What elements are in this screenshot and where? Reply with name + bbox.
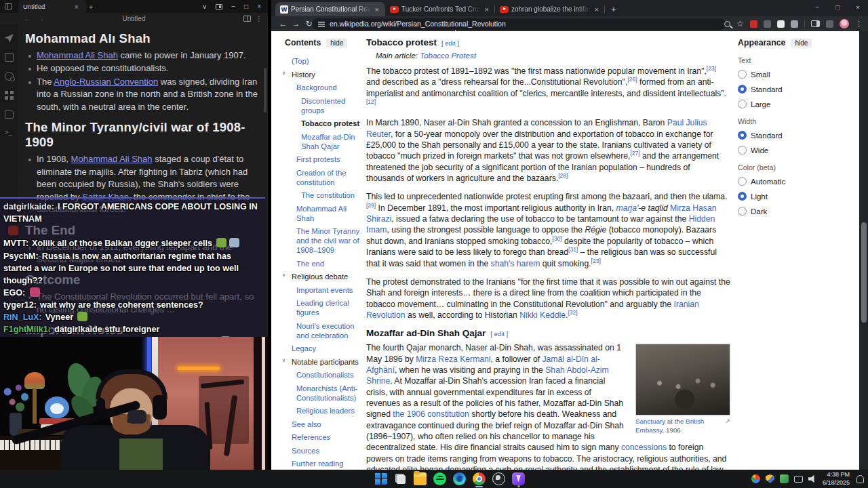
toc-item[interactable]: ∨The end [285,259,365,268]
scrollbar-track[interactable] [859,31,868,470]
close-button[interactable]: × [257,3,261,10]
new-tab-button[interactable]: + [605,2,623,16]
profile-avatar[interactable] [840,19,849,28]
toc-item[interactable]: ∨Tobacco protest [285,119,365,128]
toc-item[interactable]: ∨Religious leaders [285,406,365,415]
toc-item[interactable]: ∨Monarchists (Anti-Constitutionalists) [285,384,365,403]
expand-icon[interactable]: ↗ [725,418,730,426]
toc-item[interactable]: ∨Sources [285,446,365,455]
layout-icon[interactable] [216,4,222,9]
notifications-icon[interactable] [856,475,864,483]
close-tab-icon[interactable]: × [72,3,81,11]
site-settings-icon[interactable] [318,21,325,27]
radio-icon[interactable] [738,131,747,140]
scrollbar-thumb[interactable] [861,222,867,323]
tray-browser-icon[interactable] [751,474,760,483]
bookmark-icon[interactable]: ☆ [736,20,744,28]
canvas-icon[interactable] [5,91,14,100]
radio-option[interactable]: Large [738,100,800,108]
toc-item[interactable]: ∨Religious debate [285,272,365,281]
extension-icon[interactable] [764,20,771,28]
radio-icon[interactable] [738,146,747,155]
toc-item[interactable]: ∨Notable participants [285,357,365,367]
radio-icon[interactable] [738,70,747,79]
toc-item[interactable]: ∨Creation of the constitution [285,168,365,187]
radio-option[interactable]: Small [738,70,800,79]
radio-option[interactable]: Standard [738,85,800,94]
toc-item[interactable]: ∨Nouri's execution and celebration [285,321,365,340]
taskbar-app-icon[interactable] [512,472,525,485]
zoom-icon[interactable] [724,21,730,27]
extension-icon[interactable] [777,20,785,28]
clock[interactable]: 4:38 PM 6/18/2025 [823,471,850,487]
radio-icon[interactable] [738,192,747,201]
close-tab-icon[interactable]: × [593,5,600,14]
edit-link[interactable]: edit [494,330,505,338]
taskbar-app-icon[interactable] [492,472,505,485]
toc-item[interactable]: ∨History [285,70,365,79]
radio-icon[interactable] [738,100,747,108]
browser-tab[interactable]: zohran globalize the intifada × [495,2,605,16]
toc-item[interactable]: ∨References [285,432,365,442]
extension-icon[interactable] [750,20,757,28]
toc-item[interactable]: ∨Important events [285,285,365,295]
radio-icon[interactable] [738,177,747,186]
taskbar-app-icon[interactable] [374,472,387,485]
terminal-icon[interactable]: >_ [5,129,14,138]
new-note-icon[interactable] [5,53,14,62]
browser-tab[interactable]: W Persian Constitutional Revolu × [275,2,385,16]
radio-option[interactable]: Light [738,192,800,201]
toc-hide-button[interactable]: hide [326,39,347,47]
close-tab-icon[interactable]: × [374,5,380,14]
radio-icon[interactable] [738,85,747,94]
sidebar-toggle-icon[interactable] [5,3,12,9]
close-tab-icon[interactable]: × [484,5,490,14]
back-button[interactable]: ← [277,19,290,28]
note-tab[interactable]: Untitled × [18,0,86,13]
radio-option[interactable]: Standard [738,131,800,140]
extension-icon[interactable] [826,20,833,28]
browser-tab[interactable]: Tucker Confronts Ted Cruz on I × [385,2,495,16]
toc-item[interactable]: ∨(Top) [285,56,365,66]
radio-option[interactable]: Automatic [738,177,800,186]
toc-item[interactable]: ∨Legacy [285,344,365,353]
toc-item[interactable]: ∨The Minor Tyranny and the civil war of … [285,226,365,255]
volume-icon[interactable] [808,474,817,483]
taskbar-app-icon[interactable] [433,472,446,485]
edit-link[interactable]: edit [445,39,455,47]
display-icon[interactable] [794,476,803,483]
maximize-button[interactable]: □ [827,3,848,11]
reading-view-icon[interactable] [243,16,251,22]
notes-scrollbar[interactable] [264,68,267,113]
toc-item[interactable]: ∨First protests [285,155,365,164]
browser-menu-icon[interactable]: ⋮ [855,20,863,28]
toc-item[interactable]: ∨Mohammad Ali Shah [285,204,365,223]
forward-button[interactable]: → [290,19,302,28]
security-shield-icon[interactable] [766,474,774,483]
toc-item[interactable]: ∨The constitution [285,190,365,200]
close-button[interactable]: × [848,3,868,11]
new-tab-icon[interactable]: + [86,3,96,11]
chevron-down-icon[interactable]: ∨ [202,3,207,10]
embassy-photo[interactable] [635,344,730,415]
address-bar[interactable]: en.wikipedia.org/wiki/Persian_Constituti… [312,18,726,30]
toc-item[interactable]: ∨Further reading [285,459,365,468]
toc-item[interactable]: ∨Leading clerical figures [285,298,365,317]
maximize-button[interactable]: □ [244,3,248,10]
toc-item[interactable]: ∨See also [285,420,365,429]
radio-icon[interactable] [738,207,747,216]
minimize-button[interactable]: − [807,3,827,11]
graph-view-icon[interactable] [5,72,14,81]
toc-item[interactable]: ∨Discontented groups [285,96,365,115]
radio-option[interactable]: Wide [738,146,800,155]
taskbar-app-icon[interactable] [453,472,466,485]
taskbar-app-icon[interactable] [394,472,407,485]
chevron-down-icon[interactable]: ∨ [282,272,285,279]
minimize-button[interactable]: − [231,3,235,10]
taskbar-app-icon[interactable] [414,472,427,485]
toc-item[interactable]: ∨Mozaffar ad-Din Shah Qajar [285,132,365,151]
toc-item[interactable]: ∨Background [285,83,365,92]
taskbar-app-icon[interactable] [473,472,486,485]
toc-item[interactable]: ∨Constitutionalists [285,370,365,380]
daily-note-icon[interactable] [5,110,14,119]
